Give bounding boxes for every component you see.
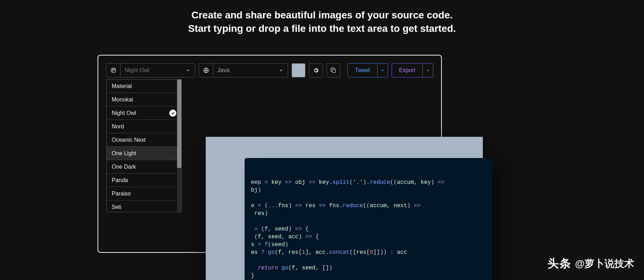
svg-point-3	[114, 70, 115, 70]
theme-option-oceanic-next[interactable]: Oceanic Next	[107, 133, 181, 147]
editor-panel: Night Owl Material Monokai Night Owl Nor…	[98, 55, 442, 253]
watermark-brand: 头条	[548, 256, 572, 272]
tweet-button[interactable]: Tweet	[347, 63, 388, 77]
watermark-handle: @萝卜说技术	[575, 257, 634, 270]
toolbar: Night Owl Material Monokai Night Owl Nor…	[106, 63, 433, 77]
preview-stage: eep = key => obj => key.split('.').reduc…	[206, 137, 483, 280]
chevron-up-icon[interactable]	[186, 64, 195, 77]
export-button[interactable]: Export	[392, 63, 433, 77]
language-selected-label: Java	[217, 67, 229, 74]
watermark: 头条 @萝卜说技术	[548, 256, 634, 272]
svg-point-1	[112, 70, 113, 70]
tweet-label[interactable]: Tweet	[348, 64, 377, 77]
dropdown-scrollbar[interactable]	[177, 80, 181, 212]
svg-point-4	[112, 71, 113, 71]
theme-dropdown: Material Monokai Night Owl Nord Oceanic …	[106, 79, 182, 212]
copy-icon	[330, 67, 336, 74]
background-color-picker[interactable]	[292, 63, 305, 77]
theme-selected-label: Night Owl	[125, 67, 149, 74]
theme-select-value[interactable]: Night Owl	[121, 64, 186, 77]
check-icon	[169, 110, 176, 117]
theme-option-nord[interactable]: Nord	[107, 120, 181, 133]
scrollbar-thumb[interactable]	[177, 80, 181, 168]
globe-icon	[199, 64, 213, 77]
copy-button[interactable]	[327, 63, 340, 77]
theme-option-panda[interactable]: Panda	[107, 174, 181, 187]
chevron-down-icon	[426, 68, 430, 72]
settings-button[interactable]	[309, 63, 323, 77]
svg-rect-7	[332, 69, 335, 72]
language-selector[interactable]: Java	[199, 63, 288, 77]
theme-option-night-owl[interactable]: Night Owl	[107, 106, 181, 120]
svg-point-2	[113, 69, 114, 70]
theme-option-one-light[interactable]: One Light	[107, 147, 181, 160]
export-dropdown-toggle[interactable]	[422, 64, 433, 77]
gear-icon	[313, 67, 319, 74]
theme-option-monokai[interactable]: Monokai	[107, 93, 181, 106]
tweet-dropdown-toggle[interactable]	[377, 64, 388, 77]
theme-option-one-dark[interactable]: One Dark	[107, 160, 181, 174]
palette-icon	[106, 64, 121, 77]
theme-option-material[interactable]: Material	[107, 80, 181, 93]
theme-option-paraiso[interactable]: Paraiso	[107, 187, 181, 200]
chevron-down-icon	[380, 68, 385, 72]
language-select-value[interactable]: Java	[213, 64, 278, 77]
chevron-down-icon[interactable]	[279, 64, 288, 77]
hero-line-1: Create and share beautiful images of you…	[0, 8, 644, 22]
hero-line-2: Start typing or drop a file into the tex…	[0, 22, 644, 35]
theme-option-seti[interactable]: Seti	[107, 200, 181, 212]
export-label[interactable]: Export	[392, 64, 422, 77]
code-editor[interactable]: eep = key => obj => key.split('.').reduc…	[245, 158, 492, 280]
theme-selector[interactable]: Night Owl Material Monokai Night Owl Nor…	[106, 63, 195, 77]
